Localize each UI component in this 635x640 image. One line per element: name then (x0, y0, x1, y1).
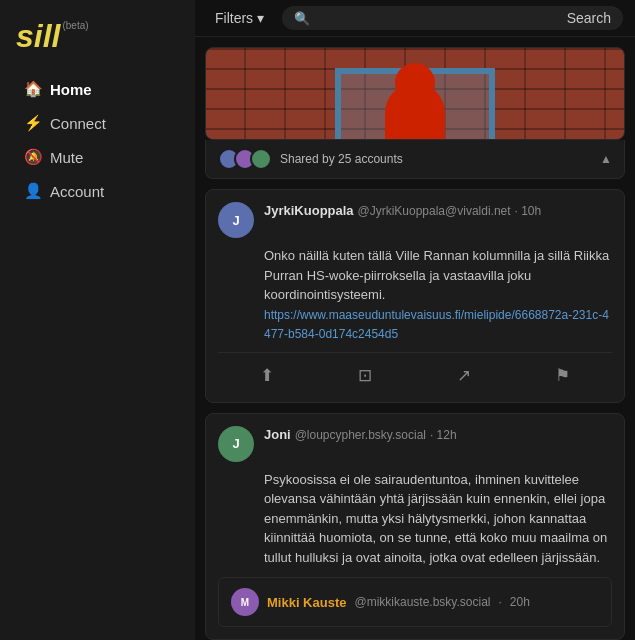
avatar-3 (250, 148, 272, 170)
bookmark-icon-1: ⚑ (555, 366, 570, 385)
mini-quote-handle: @mikkikauste.bsky.social (354, 595, 490, 609)
sidebar-item-home[interactable]: 🏠 Home (16, 74, 179, 104)
avatar-mikki: M (231, 588, 259, 616)
logo-beta: (beta) (62, 20, 88, 31)
sidebar-label-mute: Mute (50, 149, 83, 166)
shared-accounts-bar[interactable]: Shared by 25 accounts ▲ (205, 140, 625, 179)
mini-quote-header: M Mikki Kauste @mikkikauste.bsky.social … (231, 588, 599, 616)
search-box: 🔍 Search (282, 6, 623, 30)
filters-chevron-icon: ▾ (257, 10, 264, 26)
mini-quote-time: · (498, 595, 501, 609)
share-button-1[interactable]: ⬆ (252, 361, 282, 390)
reply-meta-2: Joni @loupcypher.bsky.social · 12h (264, 426, 612, 442)
reply-link-1[interactable]: https://www.maaseuduntulevaisuus.fi/miel… (264, 308, 609, 342)
reply-actions-1: ⬆ ⊡ ↗ ⚑ (218, 352, 612, 390)
reply-header-1: J JyrkiKuoppala @JyrkiKuoppala@vivaldi.n… (218, 202, 612, 238)
avatar-jyrki: J (218, 202, 254, 238)
reply-header-2: J Joni @loupcypher.bsky.social · 12h (218, 426, 612, 462)
sidebar-item-account[interactable]: 👤 Account (16, 176, 179, 206)
share-icon-1: ⬆ (260, 366, 274, 385)
logo: sill (16, 18, 60, 54)
filters-button[interactable]: Filters ▾ (207, 6, 272, 30)
mini-quote-author[interactable]: Mikki Kauste (267, 595, 346, 610)
search-input[interactable] (316, 10, 561, 26)
reply-author-1[interactable]: JyrkiKuoppala (264, 203, 354, 218)
reply-body-2: Psykoosissa ei ole sairaudentuntoa, ihmi… (264, 470, 612, 568)
sidebar-label-home: Home (50, 81, 92, 98)
red-figure (385, 83, 445, 140)
main-content: Filters ▾ 🔍 Search www.maaseuduntulevais… (195, 0, 635, 640)
sidebar-item-connect[interactable]: ⚡ Connect (16, 108, 179, 138)
sidebar-item-mute[interactable]: 🔕 Mute (16, 142, 179, 172)
window-frame (335, 68, 495, 140)
shared-text: Shared by 25 accounts (280, 152, 592, 166)
home-icon: 🏠 (24, 80, 42, 98)
bookmark-button-1[interactable]: ⚑ (547, 361, 578, 390)
avatar-stack (218, 148, 272, 170)
reply-elapsed-2: 12h (437, 428, 457, 442)
reply-post-2: J Joni @loupcypher.bsky.social · 12h Psy… (205, 413, 625, 641)
sidebar-label-connect: Connect (50, 115, 106, 132)
sidebar-label-account: Account (50, 183, 104, 200)
external-link-icon-1: ↗ (457, 366, 471, 385)
logo-area: sill(beta) (16, 12, 179, 52)
connect-icon: ⚡ (24, 114, 42, 132)
brick-wall-bg (206, 48, 624, 140)
mini-quote-elapsed: 20h (510, 595, 530, 609)
reply-handle-1: @JyrkiKuoppala@vivaldi.net (357, 204, 510, 218)
reply-meta-1: JyrkiKuoppala @JyrkiKuoppala@vivaldi.net… (264, 202, 612, 218)
reply-time-2: · (430, 428, 437, 442)
account-icon: 👤 (24, 182, 42, 200)
search-icon: 🔍 (294, 11, 310, 26)
mute-icon: 🔕 (24, 148, 42, 166)
reply-handle-2: @loupcypher.bsky.social (295, 428, 426, 442)
avatar-joni: J (218, 426, 254, 462)
search-button[interactable]: Search (567, 10, 611, 26)
filters-label: Filters (215, 10, 253, 26)
repost-button-1[interactable]: ⊡ (350, 361, 380, 390)
reply-post-1: J JyrkiKuoppala @JyrkiKuoppala@vivaldi.n… (205, 189, 625, 403)
reply-author-2[interactable]: Joni (264, 427, 291, 442)
topbar: Filters ▾ 🔍 Search (195, 0, 635, 37)
mini-quote: M Mikki Kauste @mikkikauste.bsky.social … (218, 577, 612, 627)
article-image (206, 48, 624, 140)
external-link-button-1[interactable]: ↗ (449, 361, 479, 390)
article-card: www.maaseuduntulevaisuus.fi Purra: Terve… (205, 47, 625, 140)
reply-body-1: Onko näillä kuten tällä Ville Rannan kol… (264, 246, 612, 344)
repost-icon-1: ⊡ (358, 366, 372, 385)
reply-elapsed-1: 10h (521, 204, 541, 218)
chevron-up-icon: ▲ (600, 152, 612, 166)
sidebar: sill(beta) 🏠 Home ⚡ Connect 🔕 Mute 👤 Acc… (0, 0, 195, 640)
